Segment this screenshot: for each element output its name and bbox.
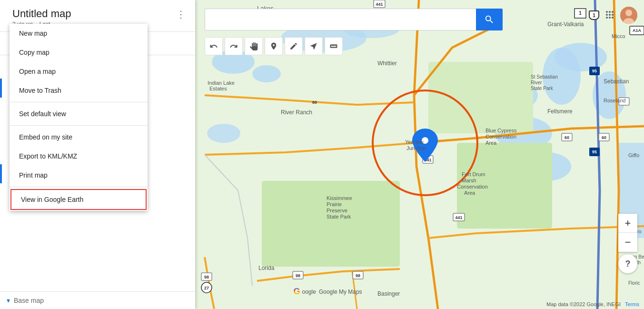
svg-text:Preserve: Preserve: [327, 208, 347, 213]
google-text: oogle: [302, 289, 316, 295]
my-maps-text: Google My Maps: [319, 289, 362, 295]
divider-2: [10, 125, 148, 126]
copy-map-item[interactable]: Copy map: [10, 43, 148, 62]
svg-text:1: 1: [579, 10, 582, 16]
left-panel: Untitled map 2 vie ws Last … ⋮: [0, 0, 195, 309]
top-right-area: 1: [589, 7, 637, 24]
svg-rect-13: [262, 181, 400, 267]
toolbar: [205, 37, 343, 55]
layer-1-indicator: [0, 79, 2, 98]
svg-text:Micco: Micco: [612, 33, 625, 39]
embed-site-item[interactable]: Embed on my site: [10, 128, 148, 147]
base-map-section[interactable]: ▾ Base map: [0, 291, 195, 309]
route-button[interactable]: [305, 37, 323, 55]
svg-text:Area: Area: [485, 140, 497, 146]
svg-text:River Ranch: River Ranch: [281, 109, 312, 116]
svg-rect-15: [428, 62, 533, 133]
svg-text:Blue Cypress: Blue Cypress: [485, 128, 517, 133]
print-map-item[interactable]: Print map: [10, 166, 148, 185]
search-input[interactable]: [205, 9, 476, 30]
open-map-item[interactable]: Open a map: [10, 62, 148, 81]
more-options-button[interactable]: ⋮: [173, 7, 188, 22]
svg-text:Fellsmere: Fellsmere: [547, 108, 573, 115]
svg-point-2: [252, 65, 281, 82]
svg-text:98: 98: [356, 273, 360, 278]
draw-button[interactable]: [285, 37, 303, 55]
svg-text:State Park: State Park: [531, 86, 554, 91]
map-title: Untitled map: [12, 8, 188, 20]
chevron-icon: ▾: [7, 297, 10, 304]
move-trash-item[interactable]: Move to Trash: [10, 81, 148, 100]
google-apps-button[interactable]: [604, 9, 615, 22]
svg-text:Indian Lake: Indian Lake: [208, 80, 235, 86]
zoom-controls: + −: [618, 214, 637, 252]
set-default-item[interactable]: Set default view: [10, 104, 148, 123]
layer-2-indicator: [0, 164, 2, 183]
svg-text:441: 441: [376, 2, 383, 7]
user-avatar[interactable]: [620, 7, 637, 24]
divider-1: [10, 102, 148, 102]
view-earth-item[interactable]: View in Google Earth: [10, 189, 147, 210]
export-kml-item[interactable]: Export to KML/KMZ: [10, 147, 148, 166]
svg-text:Lorida: Lorida: [258, 265, 275, 271]
svg-text:60: 60: [565, 135, 569, 140]
search-button[interactable]: [476, 9, 503, 30]
svg-text:Estates: Estates: [209, 86, 227, 91]
svg-text:Prairie: Prairie: [327, 201, 342, 207]
svg-text:Kissimmee: Kissimmee: [327, 195, 352, 201]
pin-button[interactable]: [265, 37, 283, 55]
svg-text:Giffo: Giffo: [628, 152, 639, 158]
svg-text:State Park: State Park: [327, 214, 351, 219]
svg-text:Marsh: Marsh: [462, 178, 476, 183]
zoom-in-button[interactable]: +: [618, 214, 637, 233]
search-container: [205, 9, 503, 30]
undo-button[interactable]: [205, 37, 223, 55]
svg-text:A1A: A1A: [633, 28, 642, 33]
base-map-label: Base map: [14, 297, 44, 304]
terms-link[interactable]: Terms: [625, 301, 639, 307]
svg-text:Conservation: Conservation: [485, 134, 516, 140]
measure-button[interactable]: [325, 37, 343, 55]
svg-point-89: [625, 10, 632, 16]
svg-text:Roseland: Roseland: [604, 98, 625, 103]
svg-text:Grant-Valkaria: Grant-Valkaria: [547, 21, 584, 28]
svg-text:Conservation: Conservation: [457, 184, 488, 189]
svg-text:River: River: [531, 80, 542, 85]
zoom-out-button[interactable]: −: [618, 233, 637, 252]
svg-text:60: 60: [312, 100, 317, 105]
svg-text:98: 98: [204, 275, 209, 279]
svg-text:Area: Area: [464, 190, 476, 196]
google-logo: G: [294, 287, 300, 297]
svg-text:27: 27: [204, 286, 209, 290]
svg-text:Fort Drum: Fort Drum: [462, 171, 485, 177]
svg-text:Sebastian: Sebastian: [604, 78, 629, 85]
divider-3: [10, 187, 148, 187]
svg-text:Whittier: Whittier: [377, 60, 397, 67]
svg-text:Basinger: Basinger: [377, 290, 400, 297]
pan-button[interactable]: [245, 37, 263, 55]
svg-text:Junction: Junction: [406, 145, 426, 151]
svg-point-10: [207, 124, 240, 143]
search-icon: [484, 14, 495, 25]
help-button[interactable]: ?: [618, 254, 637, 273]
svg-text:60: 60: [602, 135, 606, 140]
svg-text:98: 98: [296, 273, 300, 278]
svg-text:St Sebastian: St Sebastian: [531, 74, 558, 80]
svg-text:95: 95: [592, 150, 597, 154]
svg-text:441: 441: [455, 215, 462, 220]
google-my-maps-watermark: G oogle Google My Maps: [294, 287, 362, 297]
svg-text:95: 95: [592, 69, 597, 73]
us1-shield: 1: [589, 10, 599, 20]
dropdown-menu: New map Copy map Open a map Move to Tras…: [10, 24, 148, 211]
svg-text:Floric: Floric: [628, 280, 640, 286]
redo-button[interactable]: [225, 37, 243, 55]
svg-text:Yee-law: Yee-law: [405, 139, 424, 145]
map-attribution: Map data ©2022 Google, INEGI Terms: [546, 301, 639, 307]
new-map-item[interactable]: New map: [10, 24, 148, 43]
